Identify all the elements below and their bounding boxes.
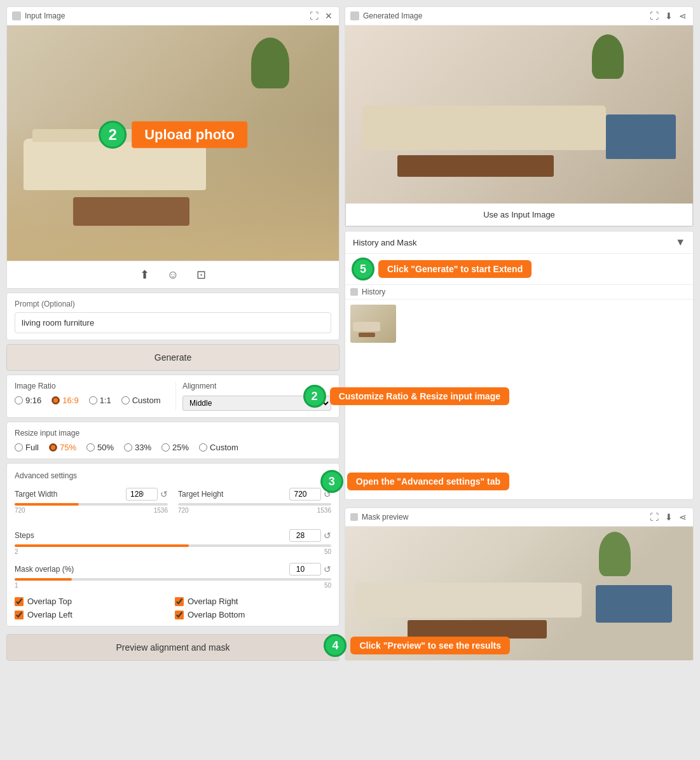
- resize-33[interactable]: 33%: [124, 443, 151, 452]
- target-width-track[interactable]: [15, 503, 168, 506]
- target-width-fill: [15, 503, 79, 506]
- resize-radio-group: Full 75% 50% 33% 25% Custom: [15, 443, 331, 452]
- target-width-max: 1536: [154, 507, 168, 514]
- overlap-top[interactable]: Overlap Top: [15, 597, 171, 606]
- mask-overlap-row: Mask overlap (%) ↺ 1 50: [15, 563, 331, 589]
- ratio-custom[interactable]: Custom: [121, 396, 161, 405]
- target-width-label: Target Width: [15, 490, 57, 499]
- table-shape: [73, 197, 189, 225]
- history-sub-icon: [350, 288, 358, 296]
- mask-overlap-min: 1: [15, 582, 18, 589]
- history-body: [345, 300, 693, 348]
- history-collapse-btn[interactable]: ▼: [675, 237, 685, 248]
- expand-mask-btn[interactable]: ⛶: [649, 511, 660, 523]
- mask-overlap-input[interactable]: [289, 563, 321, 576]
- use-as-input-button[interactable]: Use as Input Image: [345, 204, 693, 226]
- upload-overlay: 2 Upload photo: [99, 121, 247, 149]
- overlap-left[interactable]: Overlap Left: [15, 610, 171, 619]
- target-width-min: 720: [15, 507, 25, 514]
- target-width-reset[interactable]: ↺: [160, 489, 168, 499]
- overlap-right-label: Overlap Right: [188, 597, 238, 606]
- mask-overlap-reset[interactable]: ↺: [324, 564, 331, 574]
- steps-min: 2: [15, 548, 18, 555]
- gen-chair-shape: [606, 114, 675, 159]
- resize-25[interactable]: 25%: [161, 443, 189, 452]
- target-height-label: Target Height: [178, 490, 223, 499]
- upload-icon-btn[interactable]: ⬆: [136, 266, 153, 283]
- mask-overlap-fill: [15, 578, 72, 581]
- mask-plant: [599, 532, 631, 576]
- close-input-btn[interactable]: ✕: [324, 10, 334, 22]
- resize-custom[interactable]: Custom: [199, 443, 238, 452]
- overlap-bottom[interactable]: Overlap Bottom: [175, 610, 331, 619]
- steps-reset[interactable]: ↺: [324, 530, 331, 541]
- generate-button[interactable]: Generate: [6, 344, 340, 371]
- preview-button[interactable]: Preview alignment and mask: [6, 634, 340, 661]
- advanced-collapse-btn[interactable]: ▼: [321, 470, 331, 481]
- step-1-circle: 2: [99, 121, 127, 149]
- generated-image-panel: Generated Image ⛶ ⬇ ⋖ Use as Input Image: [345, 6, 694, 227]
- generated-room-image: [345, 25, 693, 204]
- resize-75[interactable]: 75%: [49, 443, 76, 452]
- steps-max: 50: [324, 548, 331, 555]
- mask-preview-title: Mask preview: [362, 513, 408, 522]
- copy-icon-btn[interactable]: ⊡: [193, 266, 210, 283]
- generated-title: Generated Image: [363, 11, 422, 20]
- resize-section: Resize input image Full 75% 50% 33% 25%: [6, 422, 340, 459]
- share-mask-btn[interactable]: ⋖: [678, 511, 688, 523]
- ratio-916[interactable]: 9:16: [15, 396, 41, 405]
- plant-shape: [251, 38, 289, 88]
- upload-label[interactable]: Upload photo: [132, 121, 247, 148]
- overlap-left-label: Overlap Left: [27, 610, 72, 619]
- mask-overlap-track[interactable]: [15, 578, 331, 581]
- resize-full[interactable]: Full: [15, 443, 39, 452]
- prompt-label: Prompt (Optional): [15, 300, 331, 308]
- face-icon-btn[interactable]: ☺: [163, 266, 182, 283]
- resize-custom-label: Custom: [210, 443, 238, 452]
- target-width-row: Target Width ↺ 720 1536: [15, 488, 168, 514]
- download-gen-btn[interactable]: ⬇: [664, 10, 674, 22]
- gen-plant-shape: [592, 34, 624, 79]
- generated-image-header: Generated Image ⛶ ⬇ ⋖: [345, 7, 693, 25]
- overlap-bottom-label: Overlap Bottom: [188, 610, 245, 619]
- ratio-11[interactable]: 1:1: [89, 396, 111, 405]
- prompt-section: Prompt (Optional): [6, 293, 340, 340]
- history-thumbnail[interactable]: [350, 305, 396, 343]
- target-height-min: 720: [178, 507, 189, 514]
- mask-image-area: [345, 527, 693, 660]
- overlap-checkboxes: Overlap Top Overlap Right Overlap Left O…: [15, 597, 331, 619]
- image-toolbar: ⬆ ☺ ⊡: [7, 261, 339, 288]
- history-sub-header: History: [345, 285, 693, 300]
- input-image-header: Input Image ⛶ ✕: [7, 7, 339, 25]
- prompt-input[interactable]: [15, 312, 331, 333]
- steps-input[interactable]: [289, 529, 321, 542]
- mask-sofa: [355, 583, 582, 618]
- history-thumb-image: [350, 305, 396, 343]
- mask-chair: [596, 585, 672, 623]
- target-height-track[interactable]: [178, 503, 331, 506]
- gen-table-shape: [397, 155, 554, 177]
- advanced-header: Advanced settings ▼: [15, 470, 331, 481]
- alignment-select[interactable]: Middle: [182, 396, 331, 411]
- expand-input-btn[interactable]: ⛶: [308, 10, 320, 22]
- step-5-circle: 5: [352, 258, 374, 280]
- overlap-top-label: Overlap Top: [27, 597, 72, 606]
- mask-preview-icon: [350, 513, 358, 521]
- target-height-input[interactable]: [289, 488, 321, 501]
- download-mask-btn[interactable]: ⬇: [664, 511, 674, 523]
- generated-image-area: [345, 25, 693, 204]
- mask-overlap-label: Mask overlap (%): [15, 565, 74, 574]
- steps-label: Steps: [15, 531, 34, 540]
- target-height-reset[interactable]: ↺: [324, 489, 331, 499]
- target-height-max: 1536: [317, 507, 331, 514]
- target-width-input[interactable]: [126, 488, 158, 501]
- steps-track[interactable]: [15, 544, 331, 547]
- share-gen-btn[interactable]: ⋖: [678, 10, 688, 22]
- mask-preview-header: Mask preview ⛶ ⬇ ⋖: [345, 508, 693, 527]
- resize-50[interactable]: 50%: [86, 443, 114, 452]
- input-image-area[interactable]: 2 Upload photo: [7, 25, 339, 261]
- overlap-right[interactable]: Overlap Right: [175, 597, 331, 606]
- steps-row: Steps ↺ 2 50: [15, 529, 331, 555]
- expand-gen-btn[interactable]: ⛶: [649, 10, 660, 22]
- ratio-169[interactable]: 16:9: [51, 396, 78, 405]
